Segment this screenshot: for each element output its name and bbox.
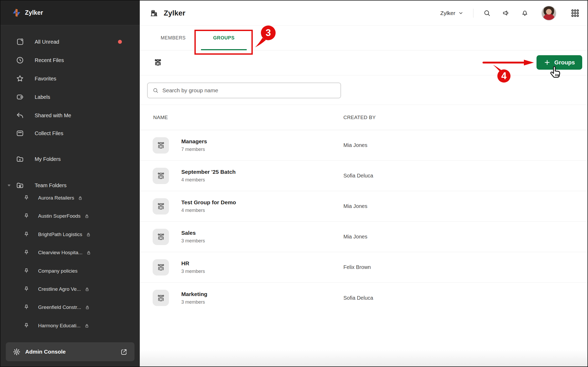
gear-icon <box>13 348 21 356</box>
group-name: Test Group for Demo <box>181 199 236 206</box>
caret-down-icon[interactable] <box>7 183 12 188</box>
main-content: Zylker Zylker MEMBERS GROUPS <box>140 1 587 366</box>
team-folder-label: Austin SuperFoods <box>38 213 81 219</box>
zylker-logo-icon <box>12 8 21 18</box>
pushpin-icon <box>23 268 30 275</box>
sidebar-item-favorites[interactable]: Favorites <box>1 73 140 85</box>
notifications-bell-icon[interactable] <box>521 9 529 17</box>
sidebar-item-shared-with-me[interactable]: Shared with Me <box>1 109 140 121</box>
group-name: September '25 Batch <box>181 169 236 175</box>
table-row-test-group-for-demo[interactable]: Test Group for Demo4 members Mia Jones <box>140 191 587 222</box>
team-folder-company-policies[interactable]: Company policies <box>1 265 140 277</box>
pushpin-icon <box>23 249 30 256</box>
lock-icon <box>78 195 83 201</box>
team-folder-clearview-hospital[interactable]: Clearview Hospita... <box>1 247 140 259</box>
lock-icon <box>84 287 90 292</box>
table-row-marketing[interactable]: Marketing3 members Sofia Deluca <box>140 283 587 313</box>
apps-grid-icon[interactable] <box>571 9 580 18</box>
table-header: NAME CREATED BY <box>140 105 587 130</box>
group-avatar <box>153 168 169 184</box>
lock-icon <box>84 213 90 219</box>
sidebar-item-team-folders[interactable]: Team Folders <box>1 179 140 191</box>
lock-icon <box>84 323 90 329</box>
sidebar-item-labels[interactable]: Labels <box>1 91 140 103</box>
admin-console-button[interactable]: Admin Console <box>6 342 135 361</box>
sidebar-item-collect-files[interactable]: Collect Files <box>1 127 140 139</box>
team-folder-brightpath-logistics[interactable]: BrightPath Logistics <box>1 228 140 241</box>
table-row-september-25-batch[interactable]: September '25 Batch4 members Sofia Deluc… <box>140 161 587 191</box>
team-folder-crestline-agro[interactable]: Crestline Agro Ve... <box>1 283 140 295</box>
org-title: Zylker <box>150 1 185 26</box>
sidebar-item-recent-files[interactable]: Recent Files <box>1 54 140 66</box>
table-row-managers[interactable]: Managers7 members Mia Jones <box>140 130 587 161</box>
group-avatar <box>153 229 169 245</box>
tab-groups[interactable]: GROUPS <box>199 26 249 50</box>
lock-icon <box>86 250 91 256</box>
external-link-icon <box>120 348 128 356</box>
sidebar-item-label: Team Folders <box>35 182 66 188</box>
group-name: Managers <box>181 138 207 145</box>
team-folder-austin-superfoods[interactable]: Austin SuperFoods <box>1 210 140 222</box>
unread-dot-badge <box>118 40 122 44</box>
team-folder-greenfield-construction[interactable]: Greenfield Constr... <box>1 301 140 313</box>
team-folder-label: Harmony Educati... <box>38 323 81 329</box>
workdrive-app-window: Zylker All Unread Recent Files Favorites… <box>0 0 588 367</box>
search-icon[interactable] <box>483 9 491 17</box>
group-people-icon <box>156 171 166 181</box>
team-folder-icon <box>16 181 24 190</box>
active-tab-underline <box>201 49 247 50</box>
user-avatar[interactable] <box>541 6 556 21</box>
group-search-box <box>147 83 341 98</box>
group-member-count: 3 members <box>181 299 207 305</box>
sidebar-item-label: Favorites <box>35 76 56 82</box>
team-folder-aurora-retailers[interactable]: Aurora Retailers <box>1 192 140 204</box>
group-created-by: Mia Jones <box>343 203 367 209</box>
announcement-icon[interactable] <box>502 9 510 17</box>
groups-toolbar: Groups <box>140 50 587 75</box>
team-folder-label: Aurora Retailers <box>38 195 74 201</box>
groups-view-icon[interactable] <box>153 58 163 67</box>
group-people-icon <box>156 140 166 150</box>
sidebar-item-label: Labels <box>35 94 50 100</box>
sidebar-item-my-folders[interactable]: My Folders <box>1 153 140 165</box>
pushpin-icon <box>23 322 30 329</box>
column-header-created-by: CREATED BY <box>343 115 376 120</box>
building-icon <box>150 9 158 17</box>
table-row-hr[interactable]: HR3 members Felix Brown <box>140 252 587 283</box>
group-avatar <box>153 290 169 306</box>
page-title: Zylker <box>164 9 185 17</box>
sidebar-item-label: Recent Files <box>35 57 64 63</box>
sidebar-item-label: All Unread <box>35 39 59 45</box>
tab-members[interactable]: MEMBERS <box>156 26 190 50</box>
group-member-count: 4 members <box>181 177 236 183</box>
group-created-by: Mia Jones <box>343 142 367 148</box>
header-divider <box>473 9 473 18</box>
chevron-down-icon <box>458 11 463 16</box>
main-header: Zylker Zylker <box>140 1 587 26</box>
team-folder-label: Crestline Agro Ve... <box>38 286 81 292</box>
add-groups-label: Groups <box>554 59 575 66</box>
table-row-sales[interactable]: Sales3 members Mia Jones <box>140 222 587 252</box>
column-header-name: NAME <box>153 115 168 120</box>
add-groups-button[interactable]: Groups <box>537 55 582 70</box>
brand-logo: Zylker <box>1 1 140 25</box>
admin-console-label: Admin Console <box>25 349 66 355</box>
groups-table: Managers7 members Mia Jones September '2… <box>140 130 587 313</box>
sidebar: Zylker All Unread Recent Files Favorites… <box>1 1 140 366</box>
team-folder-harmony-education[interactable]: Harmony Educati... <box>1 320 140 332</box>
sidebar-item-all-unread[interactable]: All Unread <box>1 36 140 48</box>
group-name: Sales <box>181 230 205 236</box>
collect-drawer-icon <box>16 129 24 137</box>
pushpin-icon <box>23 304 30 311</box>
org-switcher[interactable]: Zylker <box>440 10 463 16</box>
group-avatar <box>153 259 169 276</box>
lock-icon <box>85 305 90 310</box>
search-icon <box>152 87 159 94</box>
group-created-by: Mia Jones <box>343 234 367 240</box>
group-avatar <box>153 137 169 154</box>
tag-icon <box>16 93 24 101</box>
group-search-input[interactable] <box>162 83 341 98</box>
search-section <box>140 75 587 105</box>
group-member-count: 3 members <box>181 269 205 274</box>
share-arrow-icon <box>16 111 24 120</box>
